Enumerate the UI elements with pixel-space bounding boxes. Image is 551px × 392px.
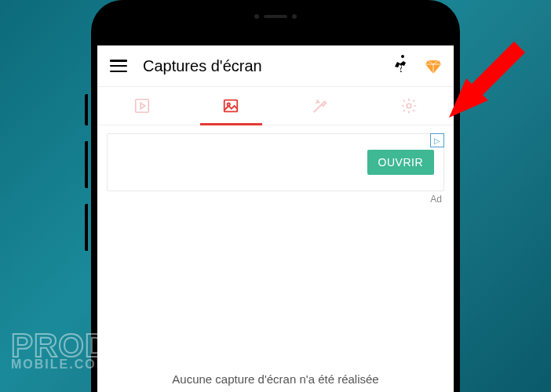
tab-settings[interactable] <box>365 87 454 125</box>
page-title: Captures d'écran <box>143 57 262 75</box>
tab-video[interactable] <box>97 87 187 125</box>
svg-rect-8 <box>136 100 149 113</box>
tab-tools[interactable] <box>276 87 365 125</box>
svg-rect-2 <box>122 29 125 37</box>
phone-frame: BbB <box>91 0 460 392</box>
phone-volume-down <box>85 204 88 251</box>
carrier-label: BbB <box>133 27 155 39</box>
battery-icon <box>413 27 435 40</box>
app-bar: Captures d'écran <box>97 45 454 86</box>
adchoices-icon[interactable]: ▷ <box>430 133 444 147</box>
signal-icon <box>116 27 129 39</box>
svg-point-4 <box>164 34 166 37</box>
wifi-icon <box>159 27 172 39</box>
svg-line-12 <box>469 47 520 98</box>
ad-label: Ad <box>430 194 442 205</box>
svg-point-11 <box>407 103 412 108</box>
svg-rect-6 <box>414 29 430 35</box>
ad-open-button[interactable]: OUVRIR <box>367 150 434 175</box>
tab-bar <box>97 86 454 125</box>
menu-button[interactable] <box>110 60 127 72</box>
ad-banner[interactable]: ▷ OUVRIR Ad <box>107 133 444 191</box>
svg-rect-3 <box>126 27 128 37</box>
svg-rect-7 <box>432 30 435 34</box>
empty-state-message: Aucune capture d'écran n'a été réalisée <box>97 372 454 386</box>
phone-power-button <box>85 94 88 125</box>
runner-icon[interactable] <box>391 55 410 77</box>
tab-image[interactable] <box>187 87 276 125</box>
phone-volume-up <box>85 141 88 188</box>
app-screen: Captures d'écran <box>97 45 454 392</box>
svg-rect-0 <box>116 34 119 37</box>
content-area: ▷ OUVRIR Ad Aucune capture d'écran n'a é… <box>97 125 454 392</box>
location-icon <box>397 27 408 40</box>
premium-diamond-icon[interactable] <box>425 58 441 74</box>
status-bar: BbB <box>97 22 454 44</box>
svg-rect-1 <box>119 31 122 37</box>
